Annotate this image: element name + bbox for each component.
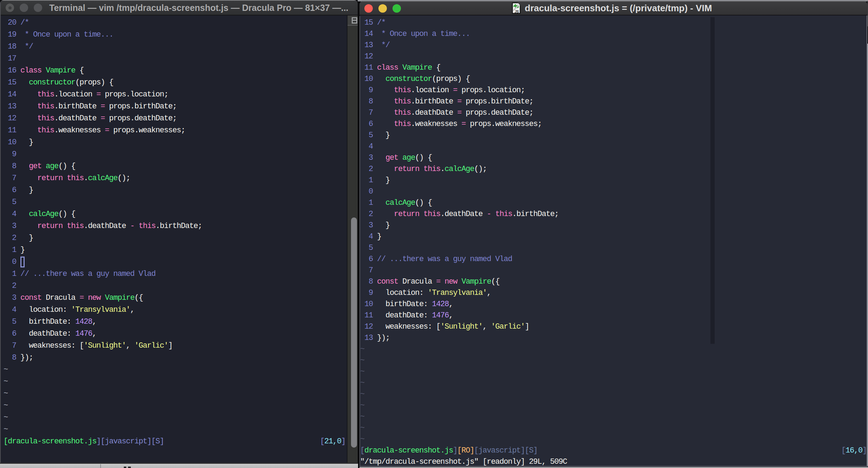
svg-text:JS: JS [515,10,519,14]
